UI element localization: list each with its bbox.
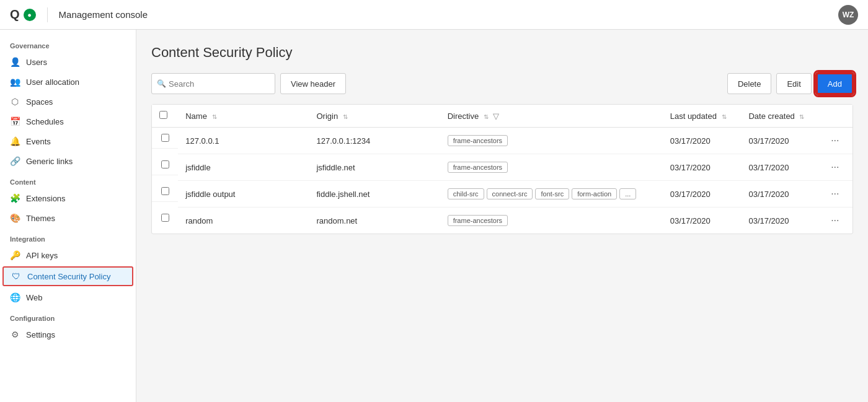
- sidebar-item-events[interactable]: 🔔 Events: [0, 131, 136, 151]
- sidebar-item-themes-label: Themes: [26, 214, 55, 223]
- table-row: 127.0.0.1127.0.0.1:1234frame-ancestors03…: [152, 128, 852, 154]
- sidebar-item-settings[interactable]: ⚙ Settings: [0, 325, 136, 344]
- sidebar-item-content-security-policy[interactable]: 🛡 Content Security Policy: [2, 266, 133, 286]
- content-section-title: Content: [0, 171, 136, 188]
- origin-sort-icon[interactable]: ⇅: [343, 113, 348, 120]
- cell-last-updated: 03/17/2020: [663, 181, 742, 208]
- last-updated-sort-icon[interactable]: ⇅: [722, 113, 727, 120]
- cell-origin: jsfiddle.net: [309, 154, 440, 181]
- page-title: Content Security Policy: [151, 45, 853, 61]
- add-button[interactable]: Add: [817, 73, 853, 94]
- header-checkbox-col: [152, 105, 178, 128]
- directive-tag: child-src: [448, 188, 484, 199]
- cell-date-created: 03/17/2020: [741, 181, 820, 208]
- qlik-circle: ●: [24, 9, 36, 21]
- row-checkbox[interactable]: [161, 187, 169, 195]
- edit-button[interactable]: Edit: [776, 73, 811, 94]
- cell-date-created: 03/17/2020: [741, 154, 820, 181]
- cell-name: jsfiddle output: [178, 181, 309, 208]
- cell-directive: child-srcconnect-srcfont-srcform-action.…: [440, 181, 663, 208]
- cell-last-updated: 03/17/2020: [663, 128, 742, 154]
- sidebar-item-generic-links-label: Generic links: [26, 157, 73, 166]
- header-date-created[interactable]: Date created ⇅: [741, 105, 820, 128]
- header-divider: [47, 7, 48, 22]
- directive-tag: form-action: [572, 188, 617, 199]
- header-name[interactable]: Name ⇅: [178, 105, 309, 128]
- search-box[interactable]: 🔍: [151, 73, 275, 94]
- generic-links-icon: 🔗: [10, 156, 20, 166]
- cell-name: 127.0.0.1: [178, 128, 309, 154]
- sidebar-item-settings-label: Settings: [26, 330, 55, 339]
- cell-directive: frame-ancestors: [440, 208, 663, 234]
- sidebar-item-extensions[interactable]: 🧩 Extensions: [0, 188, 136, 208]
- events-icon: 🔔: [10, 136, 20, 146]
- header-actions: [820, 105, 852, 128]
- select-all-checkbox[interactable]: [159, 111, 167, 119]
- directive-filter-icon[interactable]: ▽: [493, 111, 499, 121]
- table: Name ⇅ Origin ⇅ Directive ⇅ ▽: [152, 105, 852, 234]
- main-layout: Governance 👤 Users 👥 User allocation ⬡ S…: [0, 30, 868, 402]
- csp-table: Name ⇅ Origin ⇅ Directive ⇅ ▽: [151, 104, 853, 234]
- cell-origin: random.net: [309, 208, 440, 234]
- row-checkbox[interactable]: [161, 214, 169, 222]
- sidebar-item-user-allocation-label: User allocation: [26, 77, 79, 87]
- sidebar-item-themes[interactable]: 🎨 Themes: [0, 208, 136, 228]
- header-origin[interactable]: Origin ⇅: [309, 105, 440, 128]
- settings-icon: ⚙: [10, 330, 20, 339]
- cell-name: jsfiddle: [178, 154, 309, 181]
- configuration-section-title: Configuration: [0, 307, 136, 325]
- user-allocation-icon: 👥: [10, 77, 20, 87]
- cell-actions: ···: [820, 181, 852, 208]
- sidebar-item-users[interactable]: 👤 Users: [0, 52, 136, 72]
- name-sort-icon[interactable]: ⇅: [212, 113, 217, 120]
- directive-tag: frame-ancestors: [448, 162, 508, 173]
- date-created-sort-icon[interactable]: ⇅: [799, 113, 804, 120]
- cell-origin: 127.0.0.1:1234: [309, 128, 440, 154]
- table-row: jsfiddle outputfiddle.jshell.netchild-sr…: [152, 181, 852, 208]
- cell-actions: ···: [820, 128, 852, 154]
- sidebar-item-schedules-label: Schedules: [26, 117, 64, 126]
- header-last-updated[interactable]: Last updated ⇅: [663, 105, 742, 128]
- cell-last-updated: 03/17/2020: [663, 208, 742, 234]
- search-icon: 🔍: [157, 79, 166, 88]
- api-keys-icon: 🔑: [10, 250, 20, 260]
- sidebar-item-generic-links[interactable]: 🔗 Generic links: [0, 151, 136, 171]
- schedules-icon: 📅: [10, 116, 20, 126]
- directive-tag: frame-ancestors: [448, 135, 508, 146]
- row-checkbox[interactable]: [161, 134, 169, 142]
- directive-tag: frame-ancestors: [448, 215, 508, 226]
- cell-actions: ···: [820, 154, 852, 181]
- row-checkbox[interactable]: [161, 160, 169, 168]
- spaces-icon: ⬡: [10, 97, 20, 107]
- top-header: Q ● Management console WZ: [0, 0, 868, 30]
- directive-sort-icon[interactable]: ⇅: [484, 113, 489, 120]
- sidebar-item-user-allocation[interactable]: 👥 User allocation: [0, 72, 136, 92]
- content-area: Content Security Policy 🔍 View header De…: [136, 30, 868, 402]
- sidebar-item-csp-label: Content Security Policy: [27, 272, 110, 281]
- governance-section-title: Governance: [0, 35, 136, 52]
- delete-button[interactable]: Delete: [727, 73, 772, 94]
- table-row: randomrandom.netframe-ancestors03/17/202…: [152, 208, 852, 234]
- sidebar-item-spaces[interactable]: ⬡ Spaces: [0, 92, 136, 111]
- header-directive[interactable]: Directive ⇅ ▽: [440, 105, 663, 128]
- sidebar-item-events-label: Events: [26, 137, 51, 146]
- sidebar-item-schedules[interactable]: 📅 Schedules: [0, 111, 136, 131]
- row-more-button[interactable]: ···: [827, 160, 843, 174]
- cell-directive: frame-ancestors: [440, 128, 663, 154]
- user-avatar[interactable]: WZ: [838, 5, 858, 25]
- cell-origin: fiddle.jshell.net: [309, 181, 440, 208]
- toolbar: 🔍 View header Delete Edit Add: [151, 73, 853, 94]
- search-input[interactable]: [169, 79, 270, 89]
- row-more-button[interactable]: ···: [827, 134, 843, 147]
- table-row: jsfiddlejsfiddle.netframe-ancestors03/17…: [152, 154, 852, 181]
- sidebar-item-web-label: Web: [26, 293, 43, 302]
- view-header-button[interactable]: View header: [280, 73, 346, 94]
- row-more-button[interactable]: ···: [827, 187, 843, 201]
- content-security-policy-icon: 🛡: [11, 271, 21, 281]
- sidebar-item-api-keys-label: API keys: [26, 251, 58, 260]
- sidebar-item-users-label: Users: [26, 58, 47, 67]
- sidebar-item-web[interactable]: 🌐 Web: [0, 287, 136, 307]
- directive-tag: ...: [619, 188, 636, 199]
- row-more-button[interactable]: ···: [827, 214, 843, 227]
- sidebar-item-api-keys[interactable]: 🔑 API keys: [0, 245, 136, 265]
